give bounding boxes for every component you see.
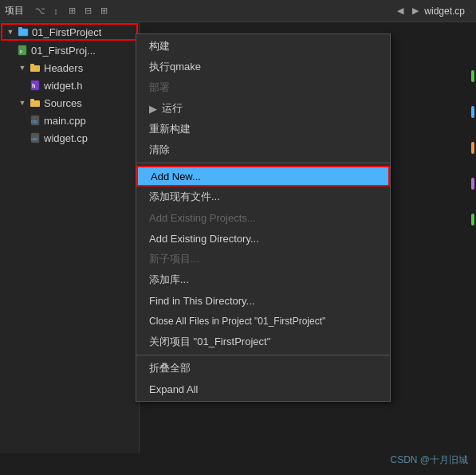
menu-item-clean-label: 清除 bbox=[149, 143, 170, 157]
svg-text:cpp: cpp bbox=[31, 136, 37, 141]
menu-item-new-subproject-label: 新子项目... bbox=[149, 252, 199, 266]
run-arrow-icon: ▶ bbox=[149, 103, 157, 115]
sidebar-item-sources[interactable]: ▼ Sources bbox=[0, 94, 139, 112]
nav-right-icon[interactable]: ▶ bbox=[409, 5, 422, 18]
sidebar-item-project-root[interactable]: ▼ 01_FirstProject bbox=[1, 23, 138, 41]
menu-item-run[interactable]: ▶ 运行 bbox=[136, 98, 390, 119]
separator-2 bbox=[136, 355, 390, 355]
menu-item-deploy-label: 部署 bbox=[149, 80, 170, 95]
sources-label: Sources bbox=[44, 97, 82, 109]
svg-rect-1 bbox=[18, 27, 22, 29]
menu-item-collapse-all[interactable]: 折叠全部 bbox=[136, 358, 390, 379]
menu-item-expand-all[interactable]: Expand All bbox=[136, 379, 390, 399]
menu-item-add-existing-file[interactable]: 添加现有文件... bbox=[136, 186, 390, 207]
menu-item-add-existing-dir-label: Add Existing Directory... bbox=[149, 233, 259, 245]
expand-arrow-project: ▼ bbox=[4, 26, 17, 38]
menu-item-deploy: 部署 bbox=[136, 77, 390, 98]
menu-item-new-subproject: 新子项目... bbox=[136, 249, 390, 269]
headers-label: Headers bbox=[44, 62, 83, 74]
menu-item-add-library-label: 添加库... bbox=[149, 273, 189, 287]
cpp-file-icon-widget: cpp bbox=[29, 132, 41, 144]
separator-1 bbox=[136, 163, 390, 163]
menu-item-add-library[interactable]: 添加库... bbox=[136, 269, 390, 290]
menu-item-add-existing-dir[interactable]: Add Existing Directory... bbox=[136, 228, 390, 249]
svg-rect-5 bbox=[30, 64, 34, 66]
svg-text:h: h bbox=[32, 83, 35, 88]
menu-item-find-in-dir-label: Find in This Directory... bbox=[149, 295, 254, 307]
sidebar-item-widget-cpp[interactable]: cpp widget.cp bbox=[0, 129, 139, 147]
sidebar-item-headers[interactable]: ▼ Headers bbox=[0, 59, 139, 77]
menu-item-qmake[interactable]: 执行qmake bbox=[136, 57, 390, 77]
project-sidebar: ▼ 01_FirstProject p 01_FirstProj... ▼ bbox=[0, 22, 140, 453]
toolbar-label: 项目 bbox=[5, 4, 24, 18]
decoration-blue bbox=[471, 106, 474, 118]
menu-item-add-existing-projects-label: Add Existing Projects... bbox=[149, 212, 256, 224]
svg-rect-4 bbox=[30, 65, 40, 72]
main-cpp-label: main.cpp bbox=[44, 115, 86, 127]
svg-rect-0 bbox=[18, 29, 28, 36]
collapse-icon[interactable]: ⊟ bbox=[81, 5, 94, 18]
expand-arrow-headers: ▼ bbox=[16, 61, 29, 74]
menu-item-clean[interactable]: 清除 bbox=[136, 139, 390, 160]
menu-item-add-new[interactable]: Add New... bbox=[136, 166, 390, 186]
menu-item-expand-all-label: Expand All bbox=[149, 383, 198, 395]
sidebar-item-main-cpp[interactable]: cpp main.cpp bbox=[0, 112, 139, 129]
widget-cpp-label: widget.cp bbox=[44, 132, 88, 144]
decoration-orange bbox=[471, 142, 474, 154]
sidebar-item-pro-file[interactable]: p 01_FirstProj... bbox=[0, 41, 139, 59]
menu-item-build[interactable]: 构建 bbox=[136, 36, 390, 57]
project-root-label: 01_FirstProject bbox=[32, 26, 101, 38]
svg-rect-8 bbox=[30, 100, 40, 107]
menu-item-close-all-label: Close All Files in Project "01_FirstProj… bbox=[149, 316, 325, 327]
nav-left-icon[interactable]: ◀ bbox=[394, 5, 407, 18]
header-file-icon: h bbox=[29, 79, 41, 92]
menu-item-close-all[interactable]: Close All Files in Project "01_FirstProj… bbox=[136, 311, 390, 332]
toolbar: 项目 ⌥ ↕ ⊞ ⊟ ⊞ ◀ ▶ widget.cp bbox=[0, 0, 476, 22]
main-content: ▼ 01_FirstProject p 01_FirstProj... ▼ bbox=[0, 22, 476, 453]
expand-icon[interactable]: ⊞ bbox=[97, 5, 110, 18]
headers-folder-icon bbox=[29, 61, 41, 74]
watermark-text: CSDN @十月旧城 bbox=[390, 454, 468, 465]
context-menu: 构建 执行qmake 部署 ▶ 运行 重新构建 清除 Add New... 添加… bbox=[136, 33, 391, 402]
widget-h-label: widget.h bbox=[44, 80, 82, 92]
menu-item-rebuild-label: 重新构建 bbox=[149, 122, 191, 136]
menu-item-close-project-label: 关闭项目 "01_FirstProject" bbox=[149, 335, 270, 349]
watermark: CSDN @十月旧城 bbox=[390, 453, 468, 467]
pro-file-label: 01_FirstProj... bbox=[31, 45, 96, 57]
filter-icon[interactable]: ⌥ bbox=[33, 5, 46, 18]
menu-item-add-new-label: Add New... bbox=[151, 171, 201, 183]
decoration-green bbox=[471, 70, 474, 82]
sources-folder-icon bbox=[29, 96, 41, 109]
menu-item-close-project[interactable]: 关闭项目 "01_FirstProject" bbox=[136, 332, 390, 352]
menu-item-build-label: 构建 bbox=[149, 39, 170, 53]
menu-item-add-existing-projects: Add Existing Projects... bbox=[136, 207, 390, 228]
expand-arrow-sources: ▼ bbox=[16, 96, 29, 109]
tab-filename: widget.cp bbox=[424, 6, 465, 17]
menu-item-rebuild[interactable]: 重新构建 bbox=[136, 119, 390, 139]
sort-icon[interactable]: ↕ bbox=[49, 5, 62, 18]
svg-text:cpp: cpp bbox=[31, 119, 37, 124]
menu-item-collapse-all-label: 折叠全部 bbox=[149, 361, 191, 375]
project-icon bbox=[17, 26, 30, 38]
cpp-file-icon-main: cpp bbox=[29, 114, 41, 127]
decoration-green2 bbox=[471, 214, 474, 226]
pro-file-icon: p bbox=[16, 44, 29, 57]
sidebar-item-widget-h[interactable]: h widget.h bbox=[0, 77, 139, 94]
menu-item-find-in-dir[interactable]: Find in This Directory... bbox=[136, 290, 390, 311]
decoration-purple bbox=[471, 178, 474, 190]
menu-item-add-existing-file-label: 添加现有文件... bbox=[149, 190, 220, 204]
menu-item-qmake-label: 执行qmake bbox=[149, 60, 201, 74]
menu-item-run-label: 运行 bbox=[162, 101, 183, 116]
columns-icon[interactable]: ⊞ bbox=[65, 5, 78, 18]
svg-rect-9 bbox=[30, 99, 34, 101]
